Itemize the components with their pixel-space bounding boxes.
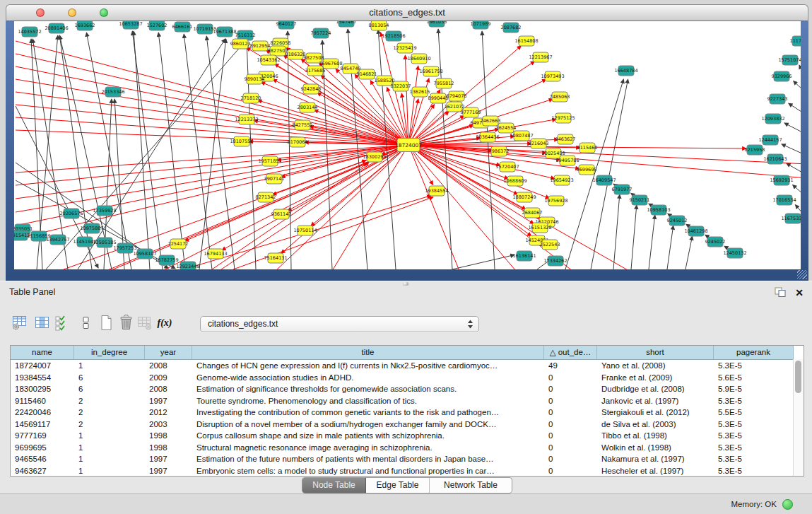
function-builder-button[interactable]: f(x) (155, 313, 174, 332)
network-node[interactable]: 9699695 (577, 165, 597, 175)
network-node[interactable]: 9242848 (301, 84, 322, 94)
network-node[interactable]: 7955812 (434, 78, 454, 88)
network-node[interactable]: 10653287 (119, 21, 142, 29)
network-node[interactable]: 1117234 (790, 36, 801, 46)
window-resize-grip[interactable] (797, 270, 807, 279)
network-node[interactable]: 7462663 (481, 116, 501, 126)
network-node[interactable]: 10461298 (684, 226, 707, 236)
network-node[interactable]: 1961035 (427, 21, 447, 27)
network-node[interactable]: 9115460 (577, 143, 598, 153)
float-panel-icon[interactable] (775, 287, 786, 298)
network-node[interactable]: 15751074 (778, 55, 801, 65)
table-scrollbar-thumb[interactable] (795, 361, 801, 393)
network-node[interactable]: 8813054 (369, 21, 389, 30)
network-node[interactable]: 9329966 (772, 71, 792, 81)
network-node[interactable]: 7254172 (168, 239, 189, 249)
network-node[interactable]: 8427552 (293, 120, 313, 130)
network-node[interactable]: 3175685 (305, 66, 326, 76)
network-node[interactable]: 1693662 (75, 21, 95, 30)
network-node[interactable]: 8271342 (256, 192, 276, 202)
network-node[interactable]: 9150211 (630, 195, 650, 205)
network-node[interactable]: 6794078 (447, 91, 467, 101)
table-row[interactable]: 946362711997Embryonic stem cells: a mode… (11, 465, 794, 477)
network-node[interactable]: 2522543 (540, 240, 560, 250)
table-row[interactable]: 1456911722003Disruption of a novel membe… (11, 419, 794, 431)
table-row[interactable]: 946554611997Estimation of the future num… (11, 453, 794, 465)
network-node[interactable]: 16648784 (614, 66, 637, 76)
network-node[interactable]: 8990445 (428, 93, 449, 103)
network-node[interactable]: 7986372 (489, 146, 510, 156)
network-node[interactable]: 10973493 (541, 71, 564, 81)
network-node[interactable]: 14035572 (18, 27, 41, 37)
table-row[interactable]: 1938455462009Genome-wide association stu… (11, 372, 794, 384)
network-window-titlebar[interactable]: citations_edges.txt (6, 4, 808, 21)
network-node[interactable]: 11675334 (781, 214, 801, 223)
network-node[interactable]: 7485063 (550, 92, 570, 102)
table-row[interactable]: 977716911998Corpus callosum shape and si… (11, 430, 794, 442)
network-node[interactable]: 10958103 (647, 205, 670, 215)
network-node[interactable]: 16409547 (592, 175, 616, 185)
network-node[interactable]: 20206576 (59, 209, 83, 218)
network-node[interactable]: 12923448 (176, 262, 199, 269)
network-node[interactable]: 1547467 (336, 21, 357, 27)
network-node[interactable]: 9640127 (276, 21, 297, 29)
table-selector[interactable]: citations_edges.txt (200, 316, 479, 332)
network-node[interactable]: 8216043 (529, 139, 549, 148)
network-node[interactable]: 12975125 (551, 113, 575, 123)
network-node[interactable]: 16136141 (512, 251, 536, 261)
network-node[interactable]: 18107550 (230, 136, 253, 146)
network-node[interactable]: 17016534 (772, 195, 796, 205)
network-node[interactable]: 2684067 (522, 208, 543, 218)
network-node[interactable]: 12325419 (393, 43, 416, 53)
network-node[interactable]: 3624554 (496, 123, 517, 133)
network-node[interactable]: 6791977 (612, 185, 632, 194)
deselect-rows-button[interactable] (76, 313, 95, 332)
zoom-window-button[interactable] (100, 8, 108, 17)
table-scrollbar[interactable] (793, 359, 804, 476)
column-header-pagerank[interactable]: pagerank (714, 346, 794, 359)
column-header-title[interactable]: title (192, 346, 544, 359)
network-node[interactable]: 7957224 (311, 28, 331, 38)
network-node[interactable]: 15720407 (495, 162, 519, 172)
column-header-name[interactable]: name (11, 346, 74, 359)
column-header-in_degree[interactable]: in_degree (74, 346, 145, 359)
network-node[interactable]: 9463627 (555, 134, 576, 144)
network-node[interactable]: 9245022 (705, 237, 726, 247)
table-row[interactable]: 2242004622012Investigating the contribut… (11, 407, 794, 419)
column-visibility-button[interactable] (33, 313, 51, 332)
network-canvas[interactable]: 1403557220891406169366210653287152760264… (14, 21, 801, 269)
delete-column-button[interactable] (117, 313, 135, 332)
network-node[interactable]: 9890134 (245, 74, 265, 84)
network-view[interactable]: 1403557220891406169366210653287152760264… (14, 21, 801, 269)
network-node[interactable]: 12444157 (758, 135, 782, 145)
tab-node-table[interactable]: Node Table (302, 478, 366, 493)
tab-edge-table[interactable]: Edge Table (366, 478, 430, 493)
network-node[interactable]: 2087682 (501, 23, 522, 33)
network-node[interactable]: 1362615 (410, 87, 430, 97)
create-column-button[interactable] (97, 313, 115, 332)
network-node[interactable]: 8215958 (745, 145, 765, 155)
memory-status-indicator[interactable] (782, 499, 793, 510)
network-node[interactable]: 10688609 (503, 176, 526, 186)
network-node[interactable]: 8170064 (288, 137, 308, 147)
column-header-year[interactable]: year (145, 346, 192, 359)
table-row[interactable]: 969969511998Structural magnetic resonanc… (11, 442, 794, 454)
table-row[interactable]: 911546021997Tourette syndrome. Phenomeno… (11, 395, 794, 407)
network-node[interactable]: 20364436 (476, 132, 499, 142)
close-window-button[interactable] (36, 8, 45, 17)
network-node[interactable]: 10750114 (293, 226, 317, 235)
network-node[interactable]: 8322037 (391, 81, 411, 91)
network-node[interactable]: 16782759 (155, 255, 178, 265)
network-node[interactable]: 6466161 (172, 22, 193, 32)
network-node[interactable]: 9860123 (230, 39, 251, 49)
network-node[interactable]: 16154808 (514, 36, 538, 46)
network-node[interactable]: 19654923 (550, 175, 573, 185)
network-node[interactable]: 75164131 (264, 253, 287, 263)
import-table-button[interactable] (135, 313, 153, 332)
network-node[interactable]: 19218506 (382, 31, 405, 41)
network-node[interactable]: 9777169 (461, 107, 481, 117)
network-node[interactable]: 1071989 (471, 21, 491, 29)
network-node[interactable]: 1527602 (147, 21, 167, 30)
network-node[interactable]: 9361147 (271, 209, 292, 219)
network-node[interactable]: 9245012 (667, 216, 688, 226)
